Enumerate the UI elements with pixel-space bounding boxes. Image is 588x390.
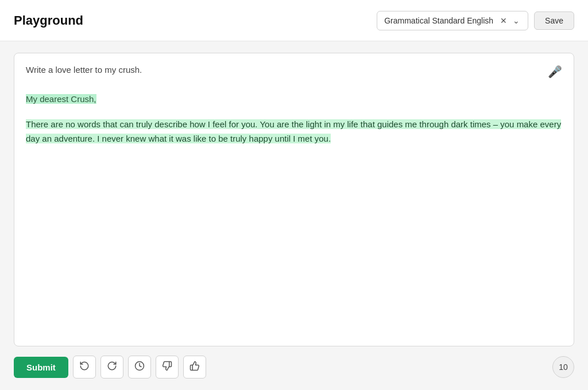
style-selector-value: Grammatical Standard English xyxy=(384,16,493,25)
header-controls: Grammatical Standard English ✕ ⌄ Save xyxy=(377,11,574,30)
history-icon xyxy=(134,361,145,373)
header: Playground Grammatical Standard English … xyxy=(0,0,588,41)
like-button[interactable] xyxy=(183,356,206,379)
editor-area[interactable]: 🎤 Write a love letter to my crush. My de… xyxy=(14,53,574,346)
prompt-text: Write a love letter to my crush. xyxy=(26,65,562,75)
highlighted-content: My dearest Crush, There are no words tha… xyxy=(26,92,562,146)
style-selector-icons: ✕ ⌄ xyxy=(499,15,521,26)
undo-icon xyxy=(79,361,90,373)
salutation-text: My dearest Crush, xyxy=(26,94,96,104)
chevron-down-icon[interactable]: ⌄ xyxy=(512,15,521,26)
microphone-icon[interactable]: 🎤 xyxy=(548,65,562,79)
history-button[interactable] xyxy=(128,356,151,379)
undo-button[interactable] xyxy=(73,356,96,379)
redo-button[interactable] xyxy=(100,356,123,379)
token-count: 10 xyxy=(552,356,574,378)
dislike-button[interactable] xyxy=(156,356,179,379)
save-button[interactable]: Save xyxy=(534,11,574,30)
clear-style-button[interactable]: ✕ xyxy=(499,15,508,26)
toolbar: Submit xyxy=(14,356,574,379)
style-selector[interactable]: Grammatical Standard English ✕ ⌄ xyxy=(377,11,528,30)
body-text: There are no words that can truly descri… xyxy=(26,119,561,144)
dislike-icon xyxy=(162,361,172,373)
main-content: 🎤 Write a love letter to my crush. My de… xyxy=(0,41,588,390)
submit-button[interactable]: Submit xyxy=(14,357,68,378)
redo-icon xyxy=(107,361,117,373)
page-title: Playground xyxy=(14,13,83,28)
like-icon xyxy=(189,361,200,373)
